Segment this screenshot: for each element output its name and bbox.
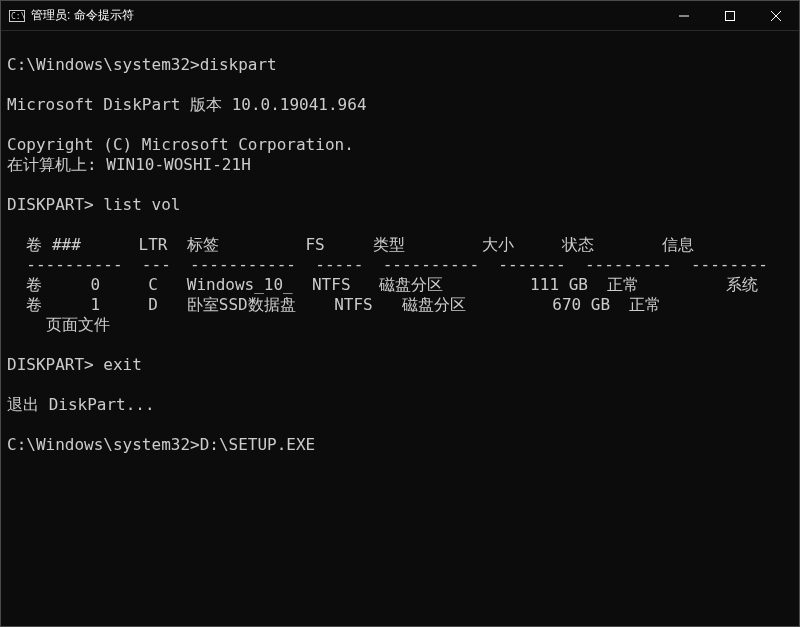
close-button[interactable] (753, 1, 799, 31)
cmd-icon: C:\ (9, 8, 25, 24)
terminal-area[interactable]: C:\Windows\system32>diskpart Microsoft D… (1, 31, 799, 626)
command-prompt-window: C:\ 管理员: 命令提示符 C:\Windows\system32>diskp… (0, 0, 800, 627)
maximize-button[interactable] (707, 1, 753, 31)
window-title: 管理员: 命令提示符 (31, 7, 661, 24)
svg-rect-2 (726, 12, 735, 21)
titlebar[interactable]: C:\ 管理员: 命令提示符 (1, 1, 799, 31)
terminal-output: C:\Windows\system32>diskpart Microsoft D… (7, 35, 793, 455)
svg-text:C:\: C:\ (11, 12, 25, 21)
minimize-button[interactable] (661, 1, 707, 31)
window-controls (661, 1, 799, 30)
